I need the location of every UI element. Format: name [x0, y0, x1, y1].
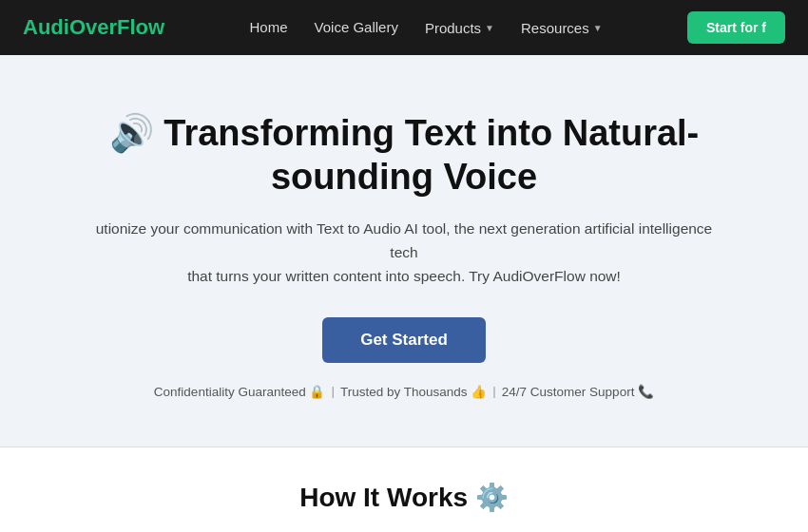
logo-highlight: Over	[69, 15, 117, 39]
start-button[interactable]: Start for f	[687, 11, 785, 44]
navbar: AudiOverFlow Home Voice Gallery Products…	[0, 0, 808, 55]
nav-products[interactable]: Products ▼	[425, 20, 494, 36]
hero-subtitle: utionize your communication with Text to…	[81, 218, 727, 288]
get-started-button[interactable]: Get Started	[322, 317, 486, 363]
nav-links: Home Voice Gallery Products ▼ Resources …	[250, 19, 603, 36]
hero-title: 🔊 Transforming Text into Natural-soundin…	[38, 112, 770, 199]
how-title: How It Works ⚙️	[38, 482, 770, 513]
trust-divider-2: |	[492, 384, 496, 398]
trust-thousands: Trusted by Thousands 👍	[340, 384, 487, 399]
hero-section: 🔊 Transforming Text into Natural-soundin…	[0, 55, 808, 446]
hero-title-icon: 🔊	[109, 113, 164, 153]
logo-suffix: Flow	[117, 15, 164, 39]
nav-resources-link[interactable]: Resources ▼	[521, 20, 603, 36]
nav-home-link[interactable]: Home	[250, 19, 288, 35]
logo-prefix: Audi	[23, 15, 69, 39]
trust-support: 24/7 Customer Support 📞	[502, 384, 654, 399]
resources-dropdown-arrow: ▼	[593, 23, 603, 33]
nav-home[interactable]: Home	[250, 19, 288, 36]
nav-resources[interactable]: Resources ▼	[521, 20, 603, 36]
how-it-works-section: How It Works ⚙️	[0, 447, 808, 532]
nav-products-link[interactable]: Products ▼	[425, 20, 494, 36]
how-title-icon: ⚙️	[475, 483, 509, 512]
nav-voice-gallery[interactable]: Voice Gallery	[315, 19, 398, 36]
products-dropdown-arrow: ▼	[485, 23, 494, 33]
trust-confidentiality: Confidentiality Guaranteed 🔒	[154, 384, 326, 399]
trust-bar: Confidentiality Guaranteed 🔒 | Trusted b…	[38, 384, 770, 399]
logo: AudiOverFlow	[23, 15, 164, 40]
trust-divider-1: |	[331, 384, 335, 398]
nav-voice-gallery-link[interactable]: Voice Gallery	[315, 19, 398, 35]
